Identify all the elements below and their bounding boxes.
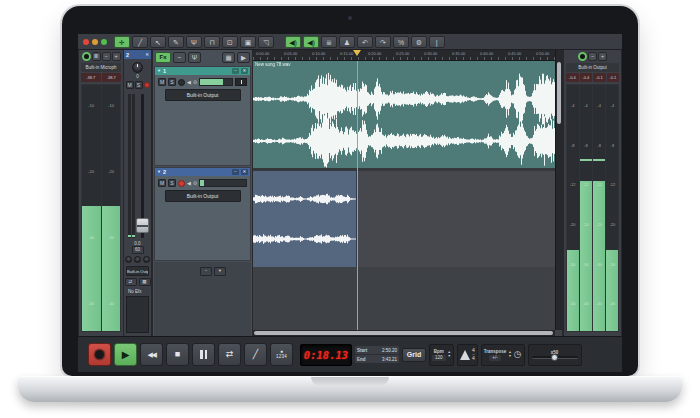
peak-value-right[interactable]: -38.7 [102, 73, 122, 82]
count-in-button[interactable]: ● 1234 [270, 343, 293, 366]
pause-button[interactable] [192, 343, 215, 366]
horizontal-scroll-thumb[interactable] [254, 331, 553, 335]
zoom-slider-track[interactable] [532, 356, 578, 359]
minimize-window-button[interactable] [92, 39, 98, 45]
minimize-track-button[interactable]: − [232, 169, 239, 175]
view-play-button[interactable]: ▶ [237, 52, 250, 63]
track-record-arm-button[interactable] [178, 79, 185, 86]
master-track-tab[interactable]: 2 ✕ [124, 50, 151, 59]
send-knob[interactable] [143, 256, 150, 263]
route-button[interactable]: ⇄ [125, 278, 137, 286]
grid-mini-button[interactable]: ▦ [139, 278, 151, 286]
collapse-track-icon[interactable]: ▼ [157, 170, 161, 174]
transpose-value[interactable]: +/- [489, 355, 500, 361]
profile-button[interactable]: ♟ [339, 36, 355, 48]
narrow-strip-button[interactable]: − [102, 52, 111, 61]
close-icon[interactable]: ✕ [145, 52, 149, 57]
send-knob[interactable] [125, 256, 132, 263]
draw-tool-button[interactable]: ✎ [168, 36, 184, 48]
transpose-down-button[interactable]: ▼ [508, 355, 511, 359]
time-display[interactable]: 0:18.13 [300, 344, 352, 366]
zoom-slider-knob[interactable] [551, 354, 558, 361]
peak-value-1[interactable]: -0.4 [566, 73, 579, 82]
track1-waveform[interactable] [253, 61, 555, 168]
minimize-track-button[interactable]: − [232, 68, 239, 74]
record-arm-indicator[interactable] [144, 82, 150, 88]
track-mute-button[interactable]: M [158, 179, 166, 187]
output-widen-button[interactable]: + [598, 52, 607, 61]
track-settings-icon[interactable]: ⚙ [193, 181, 197, 186]
timesig-denominator[interactable]: 4 [472, 354, 475, 362]
track-monitor-icon[interactable]: ◀ [187, 80, 191, 85]
loop-button[interactable]: ⇄ [218, 343, 241, 366]
track-monitor-icon[interactable]: ◀ [187, 181, 191, 186]
redo-button[interactable]: ↷ [375, 36, 391, 48]
dropdown-button[interactable]: ▾ [214, 267, 226, 276]
record-button[interactable] [88, 343, 111, 366]
view-grid-button[interactable]: ▦ [222, 52, 235, 63]
track-mute-button[interactable]: M [158, 78, 166, 86]
channel-menu-button[interactable]: ≣ [92, 52, 101, 61]
grid-button[interactable]: Grid [402, 348, 426, 362]
snap-button[interactable]: % [393, 36, 409, 48]
fx-slot-label[interactable]: No Efx [126, 288, 149, 295]
settings-button[interactable]: ⚙ [411, 36, 427, 48]
output-narrow-button[interactable]: − [588, 52, 597, 61]
channel-on-button[interactable] [82, 52, 91, 61]
time-signature-value[interactable]: 4 4 [472, 347, 475, 362]
volume-fader-handle[interactable] [136, 218, 149, 233]
track-header[interactable]: ▼2−✕ [155, 168, 250, 176]
playhead[interactable] [357, 61, 358, 330]
track-solo-button[interactable]: S [168, 179, 176, 187]
bpm-down-button[interactable]: ▼ [448, 355, 451, 359]
collapse-track-icon[interactable]: ▼ [157, 69, 161, 73]
timeline-ruler[interactable]: 0:00.000:05.000:10.000:15.000:20.000:25.… [253, 50, 555, 61]
pan-knob[interactable] [132, 62, 143, 73]
send-knob[interactable] [134, 256, 141, 263]
output-select-button[interactable]: Built-in Output [126, 266, 149, 276]
play-button[interactable]: ▶ [114, 343, 137, 366]
peak-value-4[interactable]: -0.1 [607, 73, 620, 82]
track-settings-icon[interactable]: ⚙ [193, 80, 197, 85]
zoom-window-button[interactable] [101, 39, 107, 45]
close-track-button[interactable]: ✕ [241, 68, 248, 74]
track2-waveform[interactable] [253, 171, 357, 267]
peak-value-left[interactable]: -38.7 [81, 73, 101, 82]
clock-icon[interactable]: ◷ [514, 350, 522, 359]
track-pan-slider[interactable] [235, 78, 247, 86]
stop-button[interactable]: ■ [166, 343, 189, 366]
zoom-tool-button[interactable]: ⊡ [222, 36, 238, 48]
fx-button[interactable]: Fx [155, 52, 171, 63]
rewind-button[interactable]: ◀◀ [140, 343, 163, 366]
fx-chain-box[interactable] [126, 296, 149, 333]
playhead-marker[interactable] [353, 50, 361, 56]
aux-send-button[interactable]: 60 [132, 246, 144, 254]
punch-button[interactable]: ╱ [244, 343, 267, 366]
track2-lane[interactable] [253, 171, 555, 267]
start-field[interactable]: Start 2:50.20 [355, 346, 399, 354]
close-window-button[interactable] [83, 39, 89, 45]
mic-input-button[interactable]: Ψ [188, 52, 201, 63]
clip-tool-button[interactable]: ▣ [240, 36, 256, 48]
track-header[interactable]: ▼1−✕ [155, 67, 250, 75]
output-on-button[interactable] [578, 52, 587, 61]
vertical-scroll-thumb[interactable] [557, 62, 561, 124]
track-record-arm-button[interactable] [178, 180, 185, 187]
mic-tool-button[interactable]: Ψ [186, 36, 202, 48]
solo-button[interactable]: S [135, 81, 143, 89]
track-output-button[interactable]: Built-in Output [165, 190, 241, 202]
close-track-button[interactable]: ✕ [241, 169, 248, 175]
collapse-button[interactable]: − [200, 267, 212, 276]
widen-strip-button[interactable]: + [112, 52, 121, 61]
bpm-value[interactable]: 120 [432, 355, 446, 361]
mixer-view-button[interactable]: ≣ [321, 36, 337, 48]
end-field[interactable]: End 3:43.21 [355, 355, 399, 363]
undo-button[interactable]: ↶ [357, 36, 373, 48]
monitor-input-1-button[interactable]: ◀) [285, 36, 301, 48]
move-tool-button[interactable]: ✛ [114, 36, 130, 48]
volume-fader-track[interactable] [141, 94, 144, 238]
track2-clip[interactable] [253, 171, 357, 267]
peak-value-3[interactable]: -0.1 [593, 73, 606, 82]
metronome-icon[interactable] [460, 350, 470, 360]
vertical-scrollbar[interactable] [555, 50, 562, 330]
